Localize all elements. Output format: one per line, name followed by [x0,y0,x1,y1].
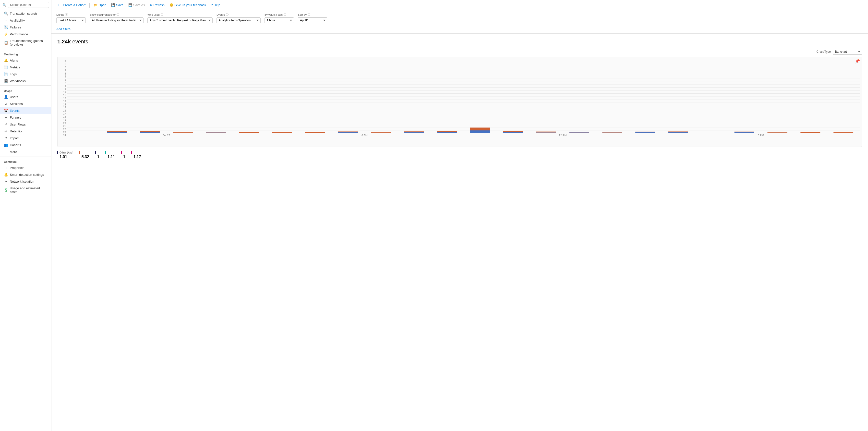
sidebar-item-usage-costs[interactable]: 💲 Usage and estimated costs [0,185,51,195]
sidebar-item-label: Transaction search [10,12,37,16]
troubleshooting-icon: 📋 [4,41,8,45]
help-button[interactable]: ? Help [209,2,222,8]
svg-rect-58 [602,132,622,133]
chart-pin-icon: 📌 [855,59,860,63]
sidebar-item-label: Users [10,95,18,99]
sidebar-item-users[interactable]: 👤 Users [0,93,51,100]
svg-rect-31 [173,133,193,133]
who-label: Who used ⓘ [148,13,213,17]
who-select[interactable]: Any Custom Events, Request or Page View [148,18,213,23]
sidebar-item-sessions[interactable]: 🗂 Sessions [0,100,51,107]
sidebar-item-label: Events [10,109,20,113]
svg-rect-27 [107,132,127,133]
sidebar-item-label: Funnels [10,116,21,119]
events-info-icon: ⓘ [226,13,228,17]
svg-rect-43 [371,133,391,133]
svg-rect-41 [338,133,358,133]
more-icon: ··· [4,150,8,154]
sidebar-item-failures[interactable]: 📉 Failures [0,24,51,31]
svg-rect-52 [503,131,523,132]
svg-rect-65 [735,132,754,133]
svg-rect-35 [239,133,259,133]
sidebar-item-network-isolation[interactable]: ↔ Network Isolation [0,178,51,185]
legend-item-other: Other (Avg) 1.01 [57,151,73,159]
create-cohort-button[interactable]: + + Create a Cohort [55,2,87,8]
svg-rect-60 [635,132,655,133]
during-select[interactable]: Last 24 hours [56,18,86,23]
split-select[interactable]: AppID [298,18,327,23]
performance-icon: ⚡ [4,32,8,36]
svg-rect-45 [404,133,424,133]
sidebar-item-metrics[interactable]: 📊 Metrics [0,64,51,70]
sidebar-item-label: Troubleshooting guides (preview) [10,39,47,46]
sidebar-item-label: Failures [10,26,21,29]
divider-usage [0,85,51,86]
save-as-button[interactable]: 💾 Save As [126,2,147,8]
split-label: Split by ⓘ [298,13,327,17]
sidebar-item-events[interactable]: 📅 Events [0,107,51,114]
sidebar-item-impact[interactable]: ⊙ Impact [0,135,51,141]
create-cohort-icon: + [57,3,59,7]
svg-rect-59 [635,133,655,133]
sidebar-item-workbooks[interactable]: 📓 Workbooks [0,78,51,84]
sidebar-item-troubleshooting[interactable]: 📋 Troubleshooting guides (preview) [0,37,51,48]
sidebar-item-smart-detection[interactable]: 🔔 Smart detection settings [0,171,51,178]
impact-icon: ⊙ [4,136,8,140]
svg-rect-51 [503,132,523,133]
network-isolation-icon: ↔ [4,179,8,183]
events-label: Events ⓘ [217,13,260,17]
legend-item-teal: 1.11 [105,151,115,159]
filter-split: Split by ⓘ AppID [298,13,327,23]
svg-rect-67 [767,132,787,133]
sidebar-item-label: Cohorts [10,143,21,147]
svg-rect-48 [437,131,457,132]
legend-row: Other (Avg) 1.01 5.32 1 [57,151,862,159]
svg-rect-33 [206,133,226,133]
sidebar-item-label: More [10,150,17,154]
events-select[interactable]: AnalyticsItemsOperation [217,18,260,23]
by-value-select[interactable]: 1 hour [265,18,294,23]
sidebar-item-properties[interactable]: ⊞ Properties [0,164,51,171]
save-button[interactable]: 💾 Save [109,2,125,8]
filter-show: Show occurrences for ⓘ All Users includi… [90,13,144,23]
bar-chart-svg [67,60,860,133]
legend-item-blue: 1 [95,151,99,159]
sidebar-item-performance[interactable]: ⚡ Performance [0,31,51,37]
add-filters-link[interactable]: Add filters [56,26,70,32]
sidebar-item-user-flows[interactable]: ↗ User Flows [0,121,51,128]
legend-color-other [57,151,58,154]
x-label-12pm: 12 PM [464,134,662,137]
legend-value-blue: 1 [95,155,99,159]
events-title: 1.24k events [57,38,862,45]
svg-rect-57 [602,133,622,134]
open-button[interactable]: 📂 Open [92,2,108,8]
svg-rect-61 [669,133,688,133]
sidebar-item-label: Properties [10,166,24,170]
svg-rect-70 [834,133,853,133]
feedback-button[interactable]: 😊 Give us your feedback [167,2,208,8]
funnels-icon: ≡ [4,115,8,119]
filter-events: Events ⓘ AnalyticsItemsOperation [217,13,260,23]
transaction-search-icon: 🔍 [4,11,8,16]
sidebar-item-funnels[interactable]: ≡ Funnels [0,114,51,121]
sidebar-item-logs[interactable]: 📄 Logs [0,70,51,78]
sidebar-item-alerts[interactable]: 🔔 Alerts [0,57,51,64]
sidebar-item-cohorts[interactable]: 👥 Cohorts [0,141,51,148]
sidebar-item-transaction-search[interactable]: 🔍 Transaction search [0,10,51,17]
during-label: During ⓘ [56,13,86,17]
section-label-usage: Usage [0,87,51,93]
sidebar-item-retention[interactable]: ↩ Retention [0,128,51,135]
sidebar-item-label: Retention [10,130,24,133]
sidebar-item-more[interactable]: ··· More [0,148,51,155]
workbooks-icon: 📓 [4,79,8,83]
svg-rect-42 [338,132,358,133]
filter-bar: During ⓘ Last 24 hours Show occurrences … [52,10,868,34]
show-select[interactable]: All Users including synthetic traffic [90,18,144,23]
chart-type-select[interactable]: Bar chart [833,49,862,55]
svg-rect-38 [272,132,292,133]
sidebar-item-availability[interactable]: ♡ Availability [0,17,51,24]
refresh-button[interactable]: ↻ Refresh [148,2,166,8]
svg-rect-49 [470,131,490,133]
search-input[interactable] [8,2,49,8]
svg-rect-69 [800,132,820,133]
